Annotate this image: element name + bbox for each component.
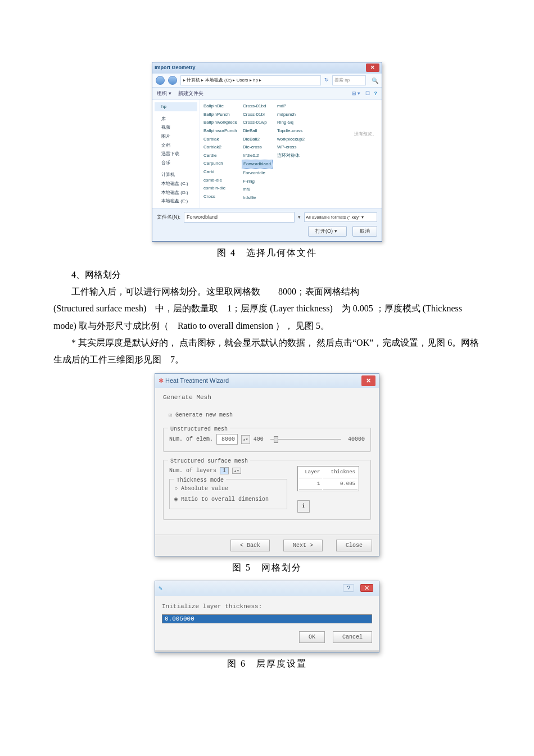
toolbar: 组织 ▾ 新建文件夹 ⊞ ▾ ☐ ? — [152, 88, 382, 100]
num-layers-input[interactable]: 1 — [220, 467, 229, 474]
cancel-button[interactable]: 取消 — [352, 226, 377, 237]
file-item[interactable]: Cross-01bl — [242, 111, 273, 119]
ok-button[interactable]: OK — [299, 631, 325, 643]
thickness-mode-group: Thickness mode ○ Absolute value ◉ Ratio … — [169, 479, 287, 509]
back-icon[interactable] — [156, 76, 165, 85]
file-item[interactable]: WP-cross — [276, 143, 306, 151]
file-item[interactable]: DieBall — [242, 127, 273, 135]
help-icon[interactable]: ? — [374, 89, 378, 98]
close-icon[interactable]: ✕ — [360, 584, 373, 592]
file-item[interactable]: BallpinPunch — [202, 111, 238, 119]
organize-menu[interactable]: 组织 ▾ — [157, 89, 171, 98]
file-item[interactable]: Carpunch — [202, 160, 238, 168]
figure4-caption: 图 4 选择几何体文件 — [53, 245, 481, 260]
sidebar-item[interactable]: hp — [155, 102, 197, 111]
file-item[interactable]: Cross-01bd — [242, 102, 273, 110]
file-item[interactable]: comb-die — [202, 176, 238, 184]
refresh-icon[interactable]: ↻ — [324, 76, 329, 84]
next-button[interactable]: Next > — [283, 540, 323, 551]
breadcrumb[interactable]: ▸ 计算机 ▸ 本地磁盘 (C:) ▸ Users ▸ hp ▸ — [180, 75, 321, 85]
file-item[interactable]: BallpinworPunch — [202, 127, 238, 135]
group-legend: Unstructured mesh — [168, 424, 230, 434]
file-item[interactable]: mdpunch — [276, 111, 306, 119]
file-item[interactable]: Cartd — [202, 168, 238, 176]
file-item-selected[interactable]: Forwordbland — [242, 160, 273, 169]
file-item[interactable]: Ballpinworkpiece — [202, 119, 238, 126]
thickness-input[interactable] — [162, 614, 372, 623]
file-item[interactable]: Forworddie — [242, 169, 273, 177]
file-item[interactable]: workpicecup2 — [276, 135, 306, 143]
figure5-caption: 图 5 网格划分 — [53, 560, 481, 575]
file-item[interactable]: Carblak — [202, 135, 238, 143]
file-item[interactable]: BallpinDie — [202, 102, 238, 110]
init-label: Initialize layer thickness: — [162, 601, 372, 612]
unstructured-mesh-group: Unstructured mesh Num. of elem. 8000 ▴▾ … — [163, 428, 371, 452]
file-item[interactable]: F-ring — [242, 178, 273, 185]
file-item[interactable]: combin-die — [202, 184, 238, 192]
open-button[interactable]: 打开(O)▾ — [308, 226, 347, 237]
new-folder-button[interactable]: 新建文件夹 — [178, 89, 203, 98]
file-item[interactable]: mdP — [276, 102, 306, 110]
import-geometry-dialog: Import Geometry ✕ ▸ 计算机 ▸ 本地磁盘 (C:) ▸ Us… — [152, 62, 382, 242]
sidebar-item[interactable]: 本地磁盘 (C:) — [155, 179, 197, 188]
nav-sidebar: hp 库 视频 图片 文档 迅雷下载 音乐 计算机 本地磁盘 (C:) 本地磁盘… — [152, 100, 200, 208]
back-button[interactable]: < Back — [230, 540, 270, 551]
file-item[interactable]: Cardie — [202, 152, 238, 160]
sidebar-item[interactable]: 库 — [155, 115, 197, 124]
sidebar-item[interactable]: 音乐 — [155, 159, 197, 168]
file-list: BallpinDie BallpinPunch Ballpinworkpiece… — [200, 100, 382, 208]
num-elem-label: Num. of elem. — [169, 434, 213, 444]
search-icon[interactable]: 🔍 — [372, 76, 378, 85]
filename-input[interactable]: Forwordbland — [184, 212, 295, 223]
num-elem-input[interactable]: 8000 — [216, 434, 238, 445]
spinner-icon[interactable]: ▴▾ — [232, 468, 241, 474]
table-cell: 1 — [299, 479, 322, 490]
spinner-icon[interactable]: ▴▾ — [241, 435, 250, 444]
table-header: Layer — [299, 468, 322, 478]
table-header: thicknes — [323, 468, 357, 478]
preview-pane-icon[interactable]: ☐ — [365, 89, 370, 98]
help-icon[interactable]: ? — [343, 584, 354, 592]
file-item[interactable]: Carblak2 — [202, 143, 238, 151]
sidebar-item[interactable]: 文档 — [155, 141, 197, 150]
generate-mesh-checkbox[interactable]: ☑ Generate new mesh — [169, 410, 371, 420]
slider-max: 40000 — [348, 434, 365, 444]
filename-label: 文件名(N): — [157, 213, 180, 221]
view-mode-icon[interactable]: ⊞ ▾ — [352, 89, 361, 98]
file-item[interactable]: hfdie0.2 — [242, 152, 273, 160]
cancel-button[interactable]: Cancel — [333, 631, 372, 643]
sidebar-item[interactable]: 图片 — [155, 132, 197, 141]
sidebar-item[interactable]: 迅雷下载 — [155, 150, 197, 159]
search-input[interactable]: 搜索 hp — [332, 75, 366, 85]
file-item[interactable]: Ring-Sq — [276, 119, 306, 126]
sidebar-item[interactable]: 本地磁盘 (E:) — [155, 197, 197, 206]
file-item[interactable]: mf8 — [242, 185, 273, 193]
file-item[interactable]: Topdie-cross — [276, 127, 306, 135]
info-icon[interactable]: ℹ — [297, 500, 310, 513]
file-item[interactable]: Die-cross — [242, 143, 273, 151]
radio-ratio[interactable]: ◉ Ratio to overall dimension — [174, 495, 282, 504]
file-item[interactable]: 连环对称体 — [276, 152, 306, 160]
slider-min: 400 — [254, 434, 264, 444]
forward-icon[interactable] — [168, 76, 177, 85]
close-icon[interactable]: ✕ — [366, 64, 379, 72]
wizard-title: ✱ Heat Treatment Wizard — [159, 375, 229, 386]
file-item[interactable]: Cross — [202, 193, 238, 201]
format-select[interactable]: All available formats (".key" ▾ — [304, 212, 377, 223]
file-item[interactable]: hdsfile — [242, 194, 273, 202]
preview-hint: 没有预览。 — [354, 102, 379, 206]
close-button[interactable]: Close — [336, 540, 372, 551]
file-item[interactable]: DieBall2 — [242, 135, 273, 143]
table-cell: 0.005 — [323, 479, 357, 490]
elem-slider[interactable] — [270, 439, 341, 440]
file-item[interactable]: Cross-01wp — [242, 119, 273, 126]
radio-absolute[interactable]: ○ Absolute value — [174, 484, 282, 494]
structured-mesh-group: Structured surface mesh Num. of layers 1… — [163, 460, 371, 520]
paragraph: 4、网格划分 — [53, 266, 481, 283]
sidebar-item[interactable]: 视频 — [155, 123, 197, 132]
sidebar-item[interactable]: 计算机 — [155, 170, 197, 179]
dialog-titlebar: Import Geometry ✕ — [152, 62, 382, 73]
dialog-title: Import Geometry — [155, 64, 196, 72]
sidebar-item[interactable]: 本地磁盘 (D:) — [155, 188, 197, 197]
close-icon[interactable]: ✕ — [361, 375, 375, 386]
